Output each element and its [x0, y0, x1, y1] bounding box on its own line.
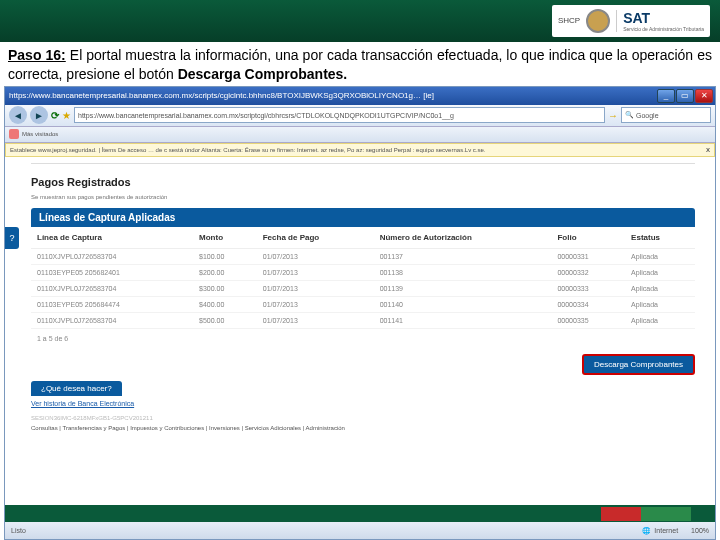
pagos-note: Se muestran sus pagos pendientes de auto…: [31, 194, 695, 200]
address-bar[interactable]: https://www.bancanetempresarial.banamex.…: [74, 107, 605, 123]
col-linea: Línea de Captura: [31, 227, 193, 249]
minimize-button[interactable]: _: [657, 89, 675, 103]
help-link[interactable]: Ver historia de Banca Electrónica: [31, 396, 695, 411]
col-monto: Monto: [193, 227, 257, 249]
sat-logo: SAT: [623, 10, 650, 26]
institution-logos: SHCP SAT Servicio de Administración Trib…: [552, 5, 710, 37]
table-row[interactable]: 0110XJVPL0J726583704$500.0001/07/2013001…: [31, 312, 695, 328]
internet-zone-icon: 🌐: [642, 527, 651, 535]
reload-icon[interactable]: ⟳: [51, 110, 59, 121]
forward-button[interactable]: ►: [30, 106, 48, 124]
sat-subtitle: Servicio de Administración Tributaria: [623, 26, 704, 32]
slide-header: SHCP SAT Servicio de Administración Trib…: [0, 0, 720, 42]
help-side-tab[interactable]: ?: [5, 227, 19, 249]
help-block: ¿Qué desea hacer? Ver historia de Banca …: [31, 381, 695, 433]
go-icon[interactable]: →: [608, 110, 618, 121]
window-buttons: _ ▭ ✕: [657, 89, 713, 103]
row-count: 1 a 5 de 6: [31, 329, 695, 348]
status-right: 🌐 Internet 100%: [642, 527, 709, 535]
help-label[interactable]: ¿Qué desea hacer?: [31, 381, 122, 396]
back-button[interactable]: ◄: [9, 106, 27, 124]
window-titlebar[interactable]: https://www.bancanetempresarial.banamex.…: [5, 87, 715, 105]
seal-icon: [586, 9, 610, 33]
instruction-text: Paso 16: El portal muestra la informació…: [0, 42, 720, 86]
infobar-close-icon[interactable]: X: [706, 147, 710, 153]
table-row[interactable]: 01103EYPE05 205682401$200.0001/07/201300…: [31, 264, 695, 280]
col-folio: Folio: [551, 227, 625, 249]
window-title: https://www.bancanetempresarial.banamex.…: [9, 91, 657, 100]
pagos-title: Pagos Registrados: [31, 176, 695, 188]
descarga-comprobantes-button[interactable]: Descarga Comprobantes: [582, 354, 695, 375]
page-content: Establece www.jeproj.seguridad. | Ítems …: [5, 143, 715, 540]
maximize-button[interactable]: ▭: [676, 89, 694, 103]
col-estatus: Estatus: [625, 227, 695, 249]
status-text: Listo: [11, 527, 26, 534]
col-fecha: Fecha de Pago: [257, 227, 374, 249]
bookmark-bar[interactable]: Más visitados: [5, 127, 715, 143]
browser-toolbar: ◄ ► ⟳ ★ https://www.bancanetempresarial.…: [5, 105, 715, 127]
favorite-icon[interactable]: ★: [62, 110, 71, 121]
favicon-icon: [9, 129, 19, 139]
search-input[interactable]: 🔍 Google: [621, 107, 711, 123]
table-header-row: Línea de Captura Monto Fecha de Pago Núm…: [31, 227, 695, 249]
table-row[interactable]: 0110XJVPL0J726583704$100.0001/07/2013001…: [31, 248, 695, 264]
session-id: SESION36IMC-6218MFxGB1-G5PCV201211: [31, 415, 695, 421]
browser-window: https://www.bancanetempresarial.banamex.…: [4, 86, 716, 540]
zoom-level[interactable]: 100%: [691, 527, 709, 534]
table-row[interactable]: 01103EYPE05 205684474$400.0001/07/201300…: [31, 296, 695, 312]
security-infobar: Establece www.jeproj.seguridad. | Ítems …: [5, 143, 715, 157]
lineas-table: Línea de Captura Monto Fecha de Pago Núm…: [31, 227, 695, 329]
lineas-header: Líneas de Captura Aplicadas: [31, 208, 695, 227]
browser-statusbar: Listo 🌐 Internet 100%: [4, 522, 716, 540]
search-icon: 🔍: [625, 111, 634, 119]
close-button[interactable]: ✕: [695, 89, 713, 103]
table-row[interactable]: 0110XJVPL0J726583704$300.0001/07/2013001…: [31, 280, 695, 296]
slide-footer-accent: [5, 505, 715, 523]
col-auth: Número de Autorización: [374, 227, 552, 249]
shcp-text: SHCP: [558, 17, 580, 25]
footer-nav[interactable]: Consultas | Transferencias y Pagos | Imp…: [31, 425, 695, 433]
